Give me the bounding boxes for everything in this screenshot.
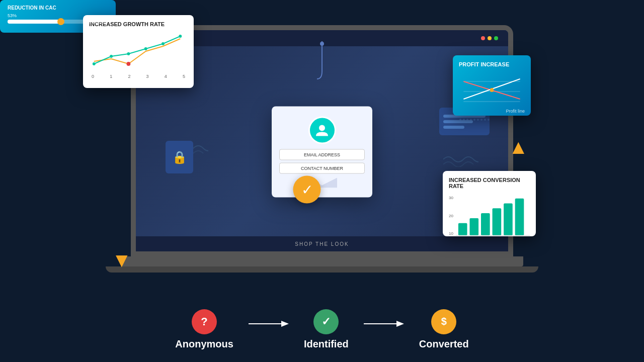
- cac-fill: [8, 20, 61, 24]
- chart-label-3: 3: [146, 74, 149, 79]
- svg-rect-21: [515, 199, 524, 236]
- bottom-item-converted: $ Converted: [419, 309, 469, 350]
- svg-point-15: [490, 88, 494, 92]
- svg-rect-16: [458, 223, 467, 236]
- y-label-30: 30: [449, 196, 453, 200]
- identified-label: Identified: [304, 338, 349, 350]
- chart-label-2: 2: [128, 74, 130, 79]
- chart-label-4: 4: [165, 74, 167, 79]
- maximize-dot: [494, 36, 498, 40]
- email-address-field: EMAIL ADDRESS: [279, 149, 365, 160]
- hook-graphic: [314, 41, 330, 83]
- contact-number-field: CONTACT NUMBER: [279, 163, 365, 174]
- screen-dots-right: [459, 119, 490, 121]
- growth-chart: [89, 31, 188, 71]
- conversion-y-axis: 30 20 10: [449, 196, 455, 236]
- svg-rect-20: [504, 203, 513, 235]
- svg-point-7: [162, 42, 165, 45]
- arrow-1: [249, 316, 289, 332]
- window-controls: [481, 36, 498, 40]
- profit-chart: [459, 71, 525, 109]
- svg-marker-26: [396, 321, 404, 327]
- svg-point-3: [93, 62, 96, 65]
- y-label-10: 10: [449, 231, 453, 236]
- up-arrow-icon: ▲: [508, 136, 528, 158]
- svg-rect-17: [469, 218, 478, 235]
- sidebar-line-3: [443, 126, 464, 129]
- profit-card-title: PROFIT INCREASE: [459, 61, 525, 67]
- close-dot: [481, 36, 485, 40]
- svg-point-8: [179, 35, 182, 38]
- bottom-section: ? Anonymous ✓ Identified $ Converted: [0, 297, 644, 362]
- email-card-avatar: [308, 117, 336, 144]
- anonymous-label: Anonymous: [175, 338, 233, 350]
- svg-rect-19: [492, 208, 501, 235]
- growth-chart-labels: 0 1 2 3 4 5: [89, 74, 188, 79]
- arrow-2: [364, 316, 404, 332]
- bottom-item-anonymous: ? Anonymous: [175, 309, 233, 350]
- check-icon: ✓: [301, 181, 313, 198]
- question-icon: ?: [201, 315, 207, 328]
- svg-point-4: [110, 55, 113, 58]
- laptop-lock-card: 🔒: [166, 141, 193, 173]
- shop-label: SHOP THE LOOK: [295, 241, 349, 247]
- converted-label: Converted: [419, 338, 469, 350]
- chart-label-1: 1: [110, 74, 112, 79]
- svg-point-9: [126, 62, 130, 66]
- chart-label-0: 0: [92, 74, 94, 79]
- card-profit-increase: PROFIT INCREASE Profit line: [453, 55, 531, 116]
- laptop-foot: [106, 266, 538, 273]
- svg-point-5: [127, 52, 130, 55]
- minimize-dot: [488, 36, 492, 40]
- cac-thumb: [57, 18, 64, 25]
- card-conversion-rate: INCREASED CONVERSION RATE 30 20 10: [443, 171, 536, 236]
- svg-marker-24: [281, 321, 289, 327]
- email-card: EMAIL ADDRESS CONTACT NUMBER: [272, 107, 372, 198]
- conversion-chart: 30 20 10: [449, 193, 530, 236]
- conversion-bars: [456, 196, 530, 236]
- card-growth-rate: INCREASED GROWTH RATE 0 1 2 3 4 5: [83, 15, 194, 88]
- svg-point-6: [144, 47, 147, 50]
- down-arrow-icon: ▼: [112, 249, 132, 272]
- laptop-base: [121, 256, 523, 266]
- svg-point-1: [320, 42, 324, 46]
- anonymous-icon-circle: ?: [192, 309, 217, 334]
- identified-icon-circle: ✓: [313, 309, 339, 334]
- svg-point-2: [319, 125, 325, 131]
- dollar-icon: $: [441, 316, 447, 327]
- profit-line-label: Profit line: [459, 109, 525, 114]
- converted-icon-circle: $: [431, 309, 456, 334]
- wave-decoration-right: [443, 152, 478, 169]
- cac-slider: [8, 20, 108, 24]
- laptop-bottom-bar: SHOP THE LOOK: [136, 236, 508, 251]
- cac-title: REDUCTION IN CAC: [8, 5, 108, 11]
- checkmark-icon: ✓: [321, 315, 331, 328]
- lock-icon: 🔒: [172, 150, 187, 164]
- y-label-20: 20: [449, 214, 453, 218]
- bottom-item-identified: ✓ Identified: [304, 309, 349, 350]
- svg-rect-18: [481, 213, 490, 235]
- checkmark-circle: ✓: [293, 175, 321, 203]
- conversion-card-title: INCREASED CONVERSION RATE: [449, 177, 530, 189]
- chart-label-5: 5: [183, 74, 185, 79]
